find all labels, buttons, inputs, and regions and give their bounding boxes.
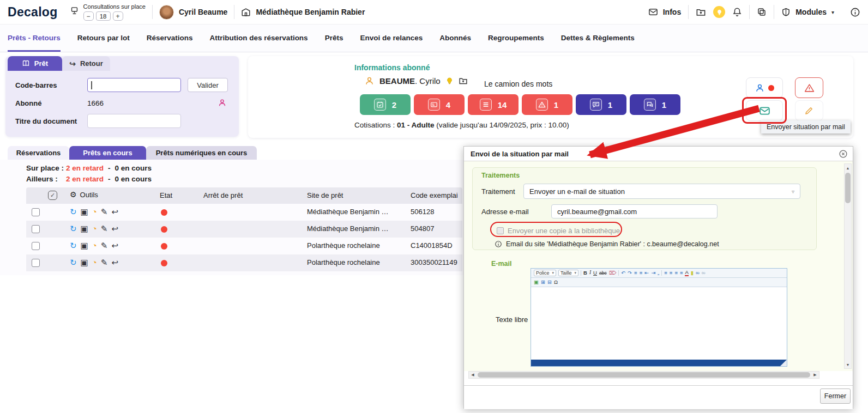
renew-loan-icon[interactable]: ↻ xyxy=(70,257,77,268)
history-clock-icon[interactable]: ◔ xyxy=(92,206,97,217)
row-checkbox[interactable] xyxy=(32,225,40,233)
redo-icon[interactable]: ↷ xyxy=(628,270,632,276)
badge-messages[interactable]: 1 xyxy=(576,94,626,115)
scroll-down-icon[interactable]: ▼ xyxy=(845,361,851,368)
send-situation-mail-button[interactable] xyxy=(746,100,783,121)
horizontal-rule-icon[interactable]: ⊟ xyxy=(547,280,552,285)
titre-input[interactable] xyxy=(87,114,181,128)
linked-subscribers-button[interactable] xyxy=(746,77,783,98)
tab-abonnes[interactable]: Abonnés xyxy=(439,25,471,52)
export-folder-icon[interactable] xyxy=(459,76,468,86)
decrement-button[interactable]: − xyxy=(83,11,94,21)
insert-table-icon[interactable]: ⊞ xyxy=(541,280,545,285)
help-info-icon[interactable] xyxy=(850,7,860,17)
valider-button[interactable]: Valider xyxy=(188,78,228,92)
site-block[interactable]: Médiathèque Benjamin Rabier xyxy=(241,7,365,17)
special-character-icon[interactable]: Ω xyxy=(554,280,558,285)
modules-menu[interactable]: Modules ▾ xyxy=(781,8,834,17)
lightbulb-icon[interactable] xyxy=(445,77,454,85)
italic-icon[interactable]: I xyxy=(589,270,591,276)
tab-regroupements[interactable]: Regroupements xyxy=(488,25,544,52)
tab-reservations-list[interactable]: Réservations xyxy=(8,146,69,160)
history-clock-icon[interactable]: ◔ xyxy=(92,257,97,268)
scroll-up-icon[interactable]: ▲ xyxy=(845,164,851,172)
underline-icon[interactable]: U xyxy=(593,270,597,276)
text-color-icon[interactable]: A xyxy=(685,270,688,276)
undo-return-icon[interactable]: ↩ xyxy=(111,206,118,217)
copy-checkbox[interactable] xyxy=(497,227,504,234)
badge-card[interactable]: 4 xyxy=(414,94,465,115)
user-block[interactable]: Cyril Beaume xyxy=(159,5,227,20)
scroll-left-icon[interactable]: ◀ xyxy=(469,372,477,378)
renew-loan-icon[interactable]: ↻ xyxy=(70,240,77,251)
traitement-select[interactable]: Envoyer un e-mail de situation ▿ xyxy=(523,184,800,199)
strikethrough-icon[interactable]: abc xyxy=(599,271,607,276)
checkout-box-icon[interactable]: ▣ xyxy=(81,240,88,251)
font-family-select[interactable]: Police▾ xyxy=(534,270,556,276)
badge-documents[interactable]: 14 xyxy=(468,94,519,115)
checkout-box-icon[interactable]: ▣ xyxy=(81,257,88,268)
tab-dettes-reglements[interactable]: Dettes & Règlements xyxy=(561,25,635,52)
edit-icon[interactable]: ✎ xyxy=(101,206,108,217)
remove-format-icon[interactable]: ⌦ xyxy=(609,270,616,276)
align-right-icon[interactable]: ≡ xyxy=(674,270,678,276)
highlight-color-icon[interactable]: ▮ xyxy=(691,270,694,276)
tab-prets-numeriques[interactable]: Prêts numériques en cours xyxy=(146,146,257,160)
subscriber-link-icon[interactable] xyxy=(218,98,227,107)
badge-loans[interactable]: 2 xyxy=(360,94,411,115)
edit-icon[interactable]: ✎ xyxy=(101,257,108,268)
tab-retours-par-lot[interactable]: Retours par lot xyxy=(77,25,130,52)
scrollbar-thumb[interactable] xyxy=(845,173,851,203)
outdent-icon[interactable]: ⇤ xyxy=(644,270,649,276)
renew-loan-icon[interactable]: ↻ xyxy=(70,223,77,234)
modal-vertical-scrollbar[interactable]: ▲ ▼ xyxy=(844,163,852,369)
close-icon[interactable] xyxy=(839,149,848,159)
history-clock-icon[interactable]: ◔ xyxy=(92,223,97,234)
infos-button[interactable]: Infos xyxy=(648,7,681,17)
checkout-box-icon[interactable]: ▣ xyxy=(81,206,88,217)
select-all-checkbox[interactable]: ✓ xyxy=(48,191,57,200)
unordered-list-icon[interactable]: ≡ xyxy=(640,270,643,276)
resize-handle[interactable] xyxy=(780,360,787,366)
renew-loan-icon[interactable]: ↻ xyxy=(70,206,77,217)
edit-icon[interactable]: ✎ xyxy=(101,240,108,251)
tab-pret[interactable]: Prêt xyxy=(8,56,62,71)
ordered-list-icon[interactable]: ≡ xyxy=(634,270,637,276)
undo-return-icon[interactable]: ↩ xyxy=(111,223,118,234)
unlink-icon[interactable]: ∞ xyxy=(702,270,706,276)
history-clock-icon[interactable]: ◔ xyxy=(92,240,97,251)
badge-alerts[interactable]: 1 xyxy=(522,94,572,115)
undo-icon[interactable]: ↶ xyxy=(621,270,625,276)
bold-icon[interactable]: B xyxy=(583,270,587,276)
bell-icon[interactable] xyxy=(732,7,742,17)
scroll-right-icon[interactable]: ▶ xyxy=(811,372,819,378)
tab-envoi-relances[interactable]: Envoi de relances xyxy=(360,25,423,52)
link-icon[interactable]: ∞ xyxy=(696,270,700,276)
email-input[interactable]: cyril.beaume@gmail.com xyxy=(551,204,718,218)
undo-return-icon[interactable]: ↩ xyxy=(111,257,118,268)
edit-icon[interactable]: ✎ xyxy=(101,223,108,234)
lightbulb-icon[interactable] xyxy=(713,6,725,18)
row-checkbox[interactable] xyxy=(32,259,40,267)
row-checkbox[interactable] xyxy=(32,208,40,216)
copy-windows-icon[interactable] xyxy=(757,7,767,17)
tab-reservations[interactable]: Réservations xyxy=(147,25,193,52)
tab-retour[interactable]: ↪ Retour xyxy=(62,56,110,71)
alerts-button[interactable] xyxy=(795,77,823,98)
blockquote-icon[interactable]: „ xyxy=(658,270,659,276)
edit-subscriber-button[interactable] xyxy=(795,100,823,121)
export-folder-icon[interactable] xyxy=(696,7,706,17)
fermer-button[interactable]: Fermer xyxy=(820,388,851,404)
checkout-box-icon[interactable]: ▣ xyxy=(81,223,88,234)
indent-icon[interactable]: ⇥ xyxy=(651,270,655,276)
tab-prets-en-cours[interactable]: Prêts en cours xyxy=(69,146,146,160)
editor-content-area[interactable] xyxy=(531,287,787,360)
badge-chat[interactable]: 1 xyxy=(630,94,680,115)
scrollbar-thumb[interactable] xyxy=(478,372,810,378)
align-justify-icon[interactable]: ≡ xyxy=(680,270,683,276)
increment-button[interactable]: + xyxy=(113,11,123,21)
row-checkbox[interactable] xyxy=(32,242,40,250)
undo-return-icon[interactable]: ↩ xyxy=(111,240,118,251)
font-size-select[interactable]: Taille▾ xyxy=(558,270,578,276)
align-center-icon[interactable]: ≡ xyxy=(670,270,673,276)
